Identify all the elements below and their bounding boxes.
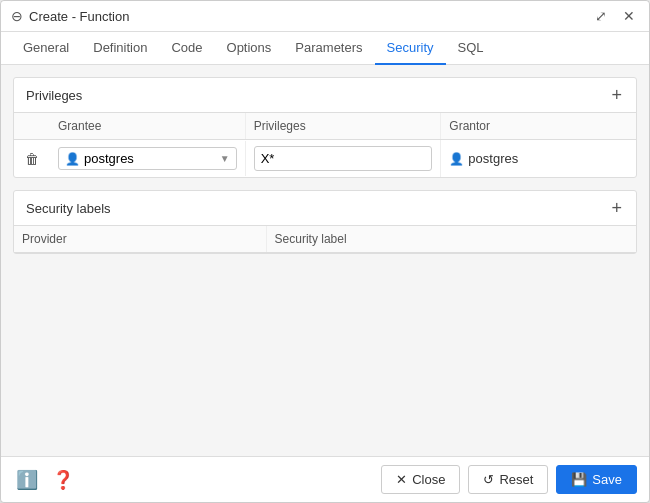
title-bar: ⊖ Create - Function ⤢ ✕	[1, 1, 649, 32]
delete-col: 🗑	[14, 145, 50, 173]
chevron-down-icon: ▼	[220, 153, 230, 164]
close-button[interactable]: ✕ Close	[381, 465, 460, 494]
reset-label: Reset	[499, 472, 533, 487]
user-icon: 👤	[65, 152, 80, 166]
reset-button[interactable]: ↺ Reset	[468, 465, 548, 494]
add-security-label-button[interactable]: +	[609, 199, 624, 217]
dialog-title: Create - Function	[29, 9, 129, 24]
save-label: Save	[592, 472, 622, 487]
close-label: Close	[412, 472, 445, 487]
reset-icon: ↺	[483, 472, 494, 487]
privileges-cell	[246, 140, 442, 177]
tab-security[interactable]: Security	[375, 32, 446, 65]
tab-bar: General Definition Code Options Paramete…	[1, 32, 649, 65]
privileges-header: Privileges +	[14, 78, 636, 113]
security-labels-section: Security labels + Provider Security labe…	[13, 190, 637, 254]
help-icon: ❓	[52, 469, 74, 491]
tab-code[interactable]: Code	[159, 32, 214, 65]
grantee-cell: 👤 postgres ▼	[50, 141, 246, 176]
tab-options[interactable]: Options	[215, 32, 284, 65]
footer: ℹ️ ❓ ✕ Close ↺ Reset 💾 Save	[1, 456, 649, 502]
grantor-value: postgres	[468, 151, 518, 166]
main-content: Privileges + Grantee Privileges Grantor …	[1, 65, 649, 456]
privilege-row: 🗑 👤 postgres ▼ 👤	[14, 140, 636, 177]
dialog: ⊖ Create - Function ⤢ ✕ General Definiti…	[0, 0, 650, 503]
title-bar-controls: ⤢ ✕	[591, 7, 639, 25]
title-bar-left: ⊖ Create - Function	[11, 8, 129, 24]
privileges-table-header: Grantee Privileges Grantor	[14, 113, 636, 140]
security-labels-title: Security labels	[26, 201, 111, 216]
delete-privilege-button[interactable]: 🗑	[25, 151, 39, 167]
security-labels-header: Security labels +	[14, 191, 636, 226]
grantee-select[interactable]: 👤 postgres ▼	[58, 147, 237, 170]
save-icon: 💾	[571, 472, 587, 487]
privileges-col-header: Privileges	[246, 113, 442, 139]
privileges-section: Privileges + Grantee Privileges Grantor …	[13, 77, 637, 178]
tab-definition[interactable]: Definition	[81, 32, 159, 65]
security-labels-table-header: Provider Security label	[14, 226, 636, 253]
info-icon: ℹ️	[16, 469, 38, 491]
close-window-button[interactable]: ✕	[619, 7, 639, 25]
grantee-header: Grantee	[50, 113, 246, 139]
security-label-header: Security label	[267, 226, 636, 252]
grantor-header: Grantor	[441, 113, 636, 139]
grantor-display: 👤 postgres	[449, 151, 628, 166]
delete-col-spacer	[14, 113, 50, 139]
grantor-cell: 👤 postgres	[441, 145, 636, 172]
privilege-input[interactable]	[254, 146, 433, 171]
tab-parameters[interactable]: Parameters	[283, 32, 374, 65]
save-button[interactable]: 💾 Save	[556, 465, 637, 494]
grantee-select-inner: 👤 postgres	[65, 151, 134, 166]
tab-general[interactable]: General	[11, 32, 81, 65]
provider-header: Provider	[14, 226, 267, 252]
footer-left: ℹ️ ❓	[13, 466, 77, 494]
privileges-title: Privileges	[26, 88, 82, 103]
add-privilege-button[interactable]: +	[609, 86, 624, 104]
grantor-user-icon: 👤	[449, 152, 464, 166]
tab-sql[interactable]: SQL	[446, 32, 496, 65]
close-icon: ✕	[396, 472, 407, 487]
help-button[interactable]: ❓	[49, 466, 77, 494]
footer-right: ✕ Close ↺ Reset 💾 Save	[381, 465, 637, 494]
grantee-value: postgres	[84, 151, 134, 166]
dialog-icon: ⊖	[11, 8, 23, 24]
expand-button[interactable]: ⤢	[591, 7, 611, 25]
info-button[interactable]: ℹ️	[13, 466, 41, 494]
